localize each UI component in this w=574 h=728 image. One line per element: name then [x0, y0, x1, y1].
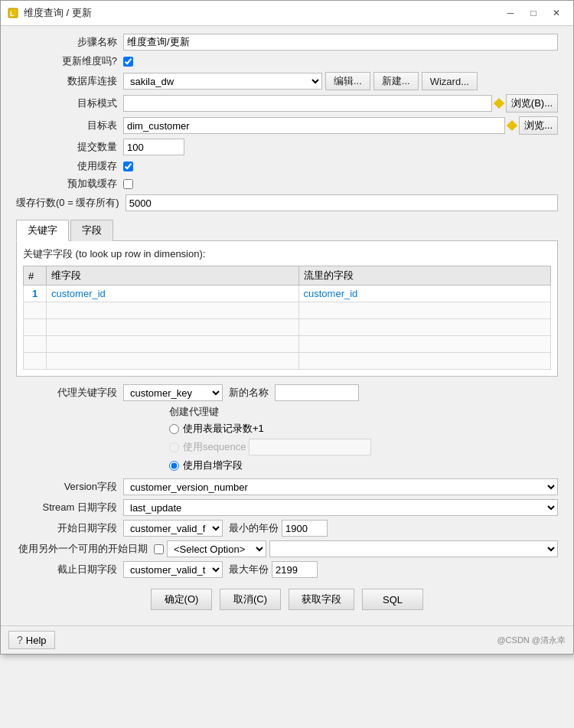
get-fields-button[interactable]: 获取字段 [289, 589, 354, 610]
ok-button[interactable]: 确定(O) [151, 589, 212, 610]
db-connection-row: 数据库连接 sakila_dw 编辑... 新建... Wizard... [16, 72, 558, 90]
stream-field-cell [298, 336, 551, 353]
db-connection-label: 数据库连接 [16, 74, 123, 88]
end-date-label: 截止日期字段 [16, 563, 123, 576]
version-field-select[interactable]: customer_version_number [123, 478, 558, 495]
window-title: 维度查询 / 更新 [24, 6, 500, 20]
main-window: L 维度查询 / 更新 ─ □ ✕ 步骤名称 维度查询/更新 更新维度吗? 数据… [0, 0, 574, 655]
db-connection-select[interactable]: sakila_dw [123, 73, 322, 90]
target-schema-controls: 浏览(B)... [123, 94, 558, 113]
proxy-key-row: 代理关键字段 customer_key customer_id 新的名称 [16, 384, 558, 401]
radio-auto-increment[interactable] [169, 461, 179, 471]
stream-date-row: Stream 日期字段 last_update [16, 499, 558, 516]
new-name-input[interactable] [275, 384, 359, 401]
radio-auto-increment-label: 使用自增字段 [183, 459, 243, 472]
window-icon: L [7, 7, 19, 19]
action-buttons: 确定(O) 取消(C) 获取字段 SQL [16, 589, 558, 610]
start-date-select[interactable]: customer_valid_f customer_valid_t [123, 520, 223, 537]
use-cache-row: 使用缓存 [16, 159, 558, 173]
wizard-button[interactable]: Wizard... [422, 72, 478, 90]
dim-field-cell [47, 319, 299, 336]
tab-keyword[interactable]: 关键字 [16, 220, 69, 241]
col-dim-field: 维字段 [47, 266, 299, 286]
cache-rows-input[interactable]: 5000 [126, 194, 558, 211]
cache-rows-label: 缓存行数(0 = 缓存所有) [16, 196, 126, 210]
dim-field-cell: customer_id [47, 286, 299, 302]
footer: ? Help @CSDN @清永幸 [1, 625, 573, 654]
proxy-key-select[interactable]: customer_key customer_id [123, 384, 223, 401]
update-dimension-label: 更新维度吗? [16, 54, 123, 68]
min-year-input[interactable]: 1900 [282, 520, 328, 537]
new-connection-button[interactable]: 新建... [373, 72, 419, 90]
radio-sequence[interactable] [169, 442, 179, 452]
edit-connection-button[interactable]: 编辑... [325, 72, 370, 90]
alt-start-date-checkbox[interactable] [154, 544, 164, 554]
table-row [24, 353, 551, 370]
minimize-button[interactable]: ─ [500, 5, 521, 21]
update-dimension-row: 更新维度吗? [16, 54, 558, 68]
version-field-row: Version字段 customer_version_number [16, 478, 558, 495]
cache-rows-row: 缓存行数(0 = 缓存所有) 5000 [16, 194, 558, 211]
end-date-row: 截止日期字段 customer_valid_t customer_valid_f… [16, 561, 558, 578]
start-date-label: 开始日期字段 [16, 521, 123, 535]
table-row [24, 336, 551, 353]
target-schema-input[interactable] [123, 95, 492, 112]
radio-row-1: 使用表最记录数+1 [169, 422, 558, 436]
table-row [24, 319, 551, 336]
use-cache-label: 使用缓存 [16, 159, 123, 173]
sql-button[interactable]: SQL [362, 589, 423, 610]
max-year-input[interactable]: 2199 [272, 561, 318, 578]
update-dimension-checkbox[interactable] [123, 57, 133, 67]
proxy-key-label: 代理关键字段 [16, 386, 123, 400]
preload-cache-checkbox[interactable] [123, 179, 133, 189]
dim-field-cell [47, 302, 299, 319]
radio-max-records[interactable] [169, 424, 179, 434]
preload-cache-row: 预加载缓存 [16, 177, 558, 191]
step-name-label: 步骤名称 [16, 35, 123, 49]
row-num [24, 336, 47, 353]
browse-schema-button[interactable]: 浏览(B)... [506, 94, 558, 113]
table-row: 1 customer_id customer_id [24, 286, 551, 302]
tabs-header: 关键字 字段 [16, 219, 558, 241]
alt-start-date-row: 使用另外一个可用的开始日期 <Select Option> [16, 540, 558, 557]
end-date-select[interactable]: customer_valid_t customer_valid_f [123, 561, 223, 578]
keyword-fields-label: 关键字字段 (to look up row in dimension): [23, 247, 551, 261]
main-content: 步骤名称 维度查询/更新 更新维度吗? 数据库连接 sakila_dw 编辑..… [1, 26, 573, 625]
keyword-table: # 维字段 流里的字段 1 customer_id customer_id [23, 266, 551, 370]
target-schema-label: 目标模式 [16, 96, 123, 110]
step-name-row: 步骤名称 维度查询/更新 [16, 34, 558, 51]
target-table-input[interactable]: dim_customer [123, 117, 505, 134]
use-cache-checkbox[interactable] [123, 162, 133, 171]
commit-size-row: 提交数量 100 [16, 139, 558, 155]
version-field-label: Version字段 [16, 480, 123, 494]
target-schema-row: 目标模式 浏览(B)... [16, 94, 558, 113]
diamond-schema-icon [494, 98, 504, 109]
new-name-label: 新的名称 [229, 386, 269, 400]
browse-table-button[interactable]: 浏览... [519, 116, 558, 135]
cancel-button[interactable]: 取消(C) [220, 589, 281, 610]
commit-size-input[interactable]: 100 [123, 139, 184, 155]
dim-field-cell [47, 336, 299, 353]
stream-field-cell [298, 302, 551, 319]
alt-start-date-label: 使用另外一个可用的开始日期 [16, 542, 154, 556]
table-row [24, 302, 551, 319]
help-button[interactable]: ? Help [8, 631, 55, 649]
stream-date-select[interactable]: last_update [123, 499, 558, 516]
sequence-input[interactable] [249, 439, 371, 455]
table-header-row: # 维字段 流里的字段 [24, 266, 551, 286]
col-num: # [24, 266, 47, 286]
max-year-label: 最大年份 [229, 563, 269, 576]
alt-start-date-select[interactable]: <Select Option> [167, 540, 266, 557]
step-name-input[interactable]: 维度查询/更新 [123, 34, 558, 51]
stream-date-label: Stream 日期字段 [16, 501, 123, 514]
stream-field-cell [298, 353, 551, 370]
maximize-button[interactable]: □ [523, 5, 544, 21]
target-table-controls: dim_customer 浏览... [123, 116, 558, 135]
radio-max-records-label: 使用表最记录数+1 [183, 422, 264, 436]
tab-fields[interactable]: 字段 [70, 220, 113, 241]
commit-size-label: 提交数量 [16, 140, 123, 154]
alt-start-date-second-select[interactable] [269, 540, 558, 557]
close-button[interactable]: ✕ [546, 5, 567, 21]
question-icon: ? [17, 634, 23, 646]
row-num [24, 319, 47, 336]
